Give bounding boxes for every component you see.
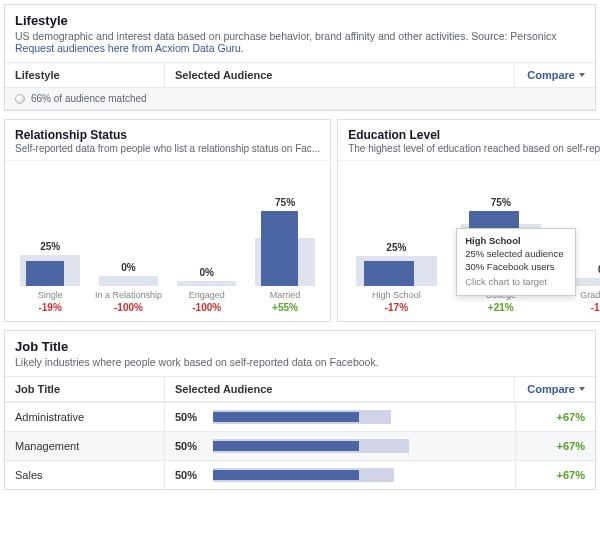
jobtitle-table-head: Job Title Selected Audience Compare bbox=[5, 377, 595, 402]
delta-value: -100% bbox=[170, 302, 244, 313]
chart-title: Education Level bbox=[338, 120, 600, 143]
row-delta: +67% bbox=[515, 461, 595, 489]
row-name: Administrative bbox=[5, 403, 165, 431]
chart-tooltip: High School 25% selected audience 30% Fa… bbox=[456, 228, 576, 296]
bar-column[interactable]: 25%High School bbox=[346, 186, 446, 300]
lifestyle-title: Lifestyle bbox=[15, 13, 585, 28]
lifestyle-table-head: Lifestyle Selected Audience Compare bbox=[5, 63, 595, 88]
col-lifestyle: Lifestyle bbox=[5, 63, 165, 87]
row-delta: +67% bbox=[515, 403, 595, 431]
jobtitle-subtitle: Likely industries where people work base… bbox=[15, 356, 585, 368]
chevron-down-icon bbox=[579, 73, 585, 77]
chart-subtitle: The highest level of education reached b… bbox=[338, 143, 600, 160]
match-text: 66% of audience matched bbox=[31, 93, 147, 104]
tooltip-click: Click chart to target bbox=[465, 276, 567, 289]
education-level-chart[interactable]: Education Level The highest level of edu… bbox=[337, 119, 600, 322]
table-row[interactable]: Sales50%+67% bbox=[5, 460, 595, 489]
row-pct: 50% bbox=[175, 411, 205, 423]
jobtitle-title: Job Title bbox=[15, 339, 585, 354]
jobtitle-panel: Job Title Likely industries where people… bbox=[4, 330, 596, 490]
table-row[interactable]: Management50%+67% bbox=[5, 431, 595, 460]
delta-value: -100% bbox=[91, 302, 165, 313]
col-selected-audience: Selected Audience bbox=[165, 63, 515, 87]
delta-value: +55% bbox=[248, 302, 322, 313]
lifestyle-panel: Lifestyle US demographic and interest da… bbox=[4, 4, 596, 111]
row-name: Management bbox=[5, 432, 165, 460]
bar-column[interactable]: 0%Engaged bbox=[170, 186, 244, 300]
lifestyle-header: Lifestyle US demographic and interest da… bbox=[5, 5, 595, 63]
row-pct: 50% bbox=[175, 440, 205, 452]
category-label: Grad School bbox=[580, 286, 600, 300]
bar-column[interactable]: 75%Married bbox=[248, 186, 322, 300]
delta-value: -100% bbox=[555, 302, 600, 313]
compare-dropdown[interactable]: Compare bbox=[515, 377, 595, 401]
match-icon bbox=[15, 94, 25, 104]
delta-value: -19% bbox=[13, 302, 87, 313]
compare-label: Compare bbox=[527, 69, 575, 81]
chevron-down-icon bbox=[579, 387, 585, 391]
compare-label: Compare bbox=[527, 383, 575, 395]
col-selected-audience: Selected Audience bbox=[165, 377, 515, 401]
chart-subtitle: Self-reported data from people who list … bbox=[5, 143, 330, 160]
category-label: Single bbox=[38, 286, 63, 300]
relationship-status-chart[interactable]: Relationship Status Self-reported data f… bbox=[4, 119, 331, 322]
bar-column[interactable]: 0%In a Relationship bbox=[91, 186, 165, 300]
category-label: Married bbox=[270, 286, 301, 300]
category-label: High School bbox=[372, 286, 421, 300]
tooltip-line2: 30% Facebook users bbox=[465, 261, 567, 274]
delta-value: -17% bbox=[346, 302, 446, 313]
category-label: Engaged bbox=[189, 286, 225, 300]
row-delta: +67% bbox=[515, 432, 595, 460]
row-pct: 50% bbox=[175, 469, 205, 481]
col-jobtitle: Job Title bbox=[5, 377, 165, 401]
category-label: In a Relationship bbox=[95, 286, 162, 300]
jobtitle-header: Job Title Likely industries where people… bbox=[5, 331, 595, 377]
tooltip-line1: 25% selected audience bbox=[465, 248, 567, 261]
match-bar: 66% of audience matched bbox=[5, 88, 595, 110]
tooltip-title: High School bbox=[465, 235, 567, 248]
request-audiences-link[interactable]: Request audiences here from Acxiom Data … bbox=[15, 42, 585, 54]
table-row[interactable]: Administrative50%+67% bbox=[5, 402, 595, 431]
delta-value: +21% bbox=[451, 302, 551, 313]
bar-column[interactable]: 25%Single bbox=[13, 186, 87, 300]
compare-dropdown[interactable]: Compare bbox=[515, 63, 595, 87]
row-name: Sales bbox=[5, 461, 165, 489]
lifestyle-subtitle: US demographic and interest data based o… bbox=[15, 30, 585, 42]
charts-row: Relationship Status Self-reported data f… bbox=[0, 115, 600, 326]
chart-title: Relationship Status bbox=[5, 120, 330, 143]
